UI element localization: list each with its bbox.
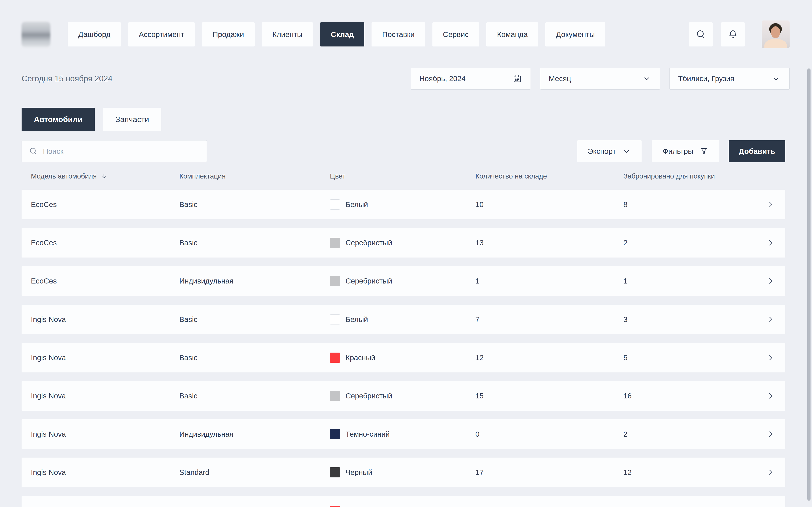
notifications-button[interactable]	[721, 22, 745, 47]
nav-tab-warehouse[interactable]: Склад	[320, 22, 364, 47]
nav-tab-supplies[interactable]: Поставки	[371, 22, 425, 47]
top-bar: Дашборд Ассортимент Продажи Клиенты Скла…	[21, 22, 790, 47]
column-header-color-label: Цвет	[330, 172, 346, 180]
row-open-button[interactable]	[766, 200, 776, 209]
cell-reserved: 1	[623, 277, 766, 285]
cell-stock: 13	[475, 238, 623, 247]
color-name-label: Темно-синий	[346, 430, 390, 438]
cell-reserved: 8	[623, 200, 766, 209]
cell-stock: 15	[475, 392, 623, 400]
row-open-button[interactable]	[766, 430, 776, 439]
period-select[interactable]: Месяц	[540, 68, 660, 90]
column-header-trim[interactable]: Комплектация	[179, 172, 330, 180]
table-row[interactable]: Ingis Nova Индивидульная Темно-синий 0 2	[21, 419, 785, 449]
top-bar-right	[689, 20, 790, 48]
column-header-trim-label: Комплектация	[179, 172, 225, 180]
cell-stock: 7	[475, 315, 623, 324]
cell-color	[330, 506, 475, 507]
table-row[interactable]: EcoCes Индивидульная Серебристый 1 1	[21, 266, 785, 296]
vertical-scrollbar-thumb[interactable]	[807, 68, 811, 501]
cell-color: Темно-синий	[330, 429, 475, 439]
avatar[interactable]	[762, 20, 790, 48]
row-open-button[interactable]	[766, 315, 776, 324]
main-nav: Дашборд Ассортимент Продажи Клиенты Скла…	[68, 22, 605, 47]
cell-model: Ingis Nova	[31, 430, 179, 438]
calendar-icon	[512, 74, 522, 83]
nav-tab-assortment[interactable]: Ассортимент	[128, 22, 195, 47]
cell-model: Ingis Nova	[31, 353, 179, 362]
cell-stock: 17	[475, 468, 623, 476]
cell-color: Серебристый	[330, 238, 475, 248]
table-row[interactable]: Ingis Nova Basic Серебристый 15 16	[21, 381, 785, 411]
search-input[interactable]	[43, 147, 200, 156]
table-row[interactable]: Ingis Nova Standard Черный 17 12	[21, 458, 785, 487]
table-row[interactable]	[21, 496, 785, 507]
cell-reserved: 12	[623, 468, 766, 476]
period-select-value: Месяц	[549, 74, 571, 83]
location-select-value: Тбилиси, Грузия	[678, 74, 734, 83]
search-button[interactable]	[689, 22, 713, 47]
cell-color: Красный	[330, 352, 475, 363]
color-name-label: Красный	[346, 353, 375, 362]
cell-reserved: 2	[623, 430, 766, 438]
nav-tab-dashboard[interactable]: Дашборд	[68, 22, 121, 47]
avatar-face	[771, 26, 780, 38]
nav-tab-sales[interactable]: Продажи	[202, 22, 255, 47]
color-swatch	[330, 314, 340, 325]
color-name-label: Белый	[346, 200, 368, 209]
add-button[interactable]: Добавить	[729, 140, 785, 162]
cell-trim: Basic	[179, 315, 330, 324]
chevron-down-icon	[771, 74, 781, 83]
filter-funnel-icon	[699, 147, 709, 156]
row-open-button[interactable]	[766, 276, 776, 286]
cell-trim: Standard	[179, 468, 330, 476]
color-swatch	[330, 276, 340, 286]
chevron-right-icon	[766, 468, 775, 477]
row-open-button[interactable]	[766, 506, 776, 507]
search-field-wrap	[21, 140, 207, 162]
table-row[interactable]: Ingis Nova Basic Красный 12 5	[21, 343, 785, 373]
color-name-label: Серебристый	[346, 392, 392, 400]
chevron-right-icon	[766, 391, 775, 400]
nav-tab-team[interactable]: Команда	[486, 22, 538, 47]
chevron-down-icon	[622, 147, 631, 156]
date-picker-value: Ноябрь, 2024	[419, 74, 466, 83]
table-row[interactable]: Ingis Nova Basic Белый 7 3	[21, 304, 785, 334]
export-button[interactable]: Экспорт	[577, 140, 642, 162]
column-header-model[interactable]: Модель автомобиля	[31, 172, 179, 180]
row-open-button[interactable]	[766, 468, 776, 477]
row-open-button[interactable]	[766, 238, 776, 247]
table-row[interactable]: EcoCes Basic Белый 10 8	[21, 190, 785, 219]
row-open-button[interactable]	[766, 353, 776, 362]
table-header: Модель автомобиля Комплектация Цвет Коли…	[21, 170, 785, 182]
cell-stock: 10	[475, 200, 623, 209]
nav-tab-clients[interactable]: Клиенты	[262, 22, 313, 47]
column-header-stock[interactable]: Количество на складе	[475, 172, 623, 180]
date-picker[interactable]: Ноябрь, 2024	[411, 68, 531, 90]
chevron-right-icon	[766, 506, 775, 507]
color-name-label: Серебристый	[346, 277, 392, 285]
cell-reserved: 16	[623, 392, 766, 400]
cell-color: Серебристый	[330, 276, 475, 286]
cell-stock: 1	[475, 277, 623, 285]
column-header-stock-label: Количество на складе	[475, 172, 547, 180]
cell-model: EcoCes	[31, 238, 179, 247]
column-header-reserved[interactable]: Забронировано для покупки	[623, 172, 766, 180]
chevron-right-icon	[766, 315, 775, 324]
period-controls: Ноябрь, 2024 Месяц Тбилиси, Грузия	[411, 68, 790, 90]
chevron-down-icon	[642, 74, 652, 83]
tab-spare-parts[interactable]: Запчасти	[103, 108, 161, 131]
nav-tab-service[interactable]: Сервис	[433, 22, 479, 47]
nav-tab-documents[interactable]: Документы	[545, 22, 605, 47]
cell-trim: Индивидульная	[179, 277, 330, 285]
color-swatch	[330, 200, 340, 210]
column-header-color[interactable]: Цвет	[330, 172, 475, 180]
color-name-label: Серебристый	[346, 238, 392, 247]
column-header-model-label: Модель автомобиля	[31, 172, 97, 180]
row-open-button[interactable]	[766, 391, 776, 400]
location-select[interactable]: Тбилиси, Грузия	[669, 68, 790, 90]
avatar-torso	[764, 39, 787, 48]
tab-cars[interactable]: Автомобили	[21, 108, 95, 131]
filters-button[interactable]: Фильтры	[652, 140, 719, 162]
table-row[interactable]: EcoCes Basic Серебристый 13 2	[21, 228, 785, 258]
